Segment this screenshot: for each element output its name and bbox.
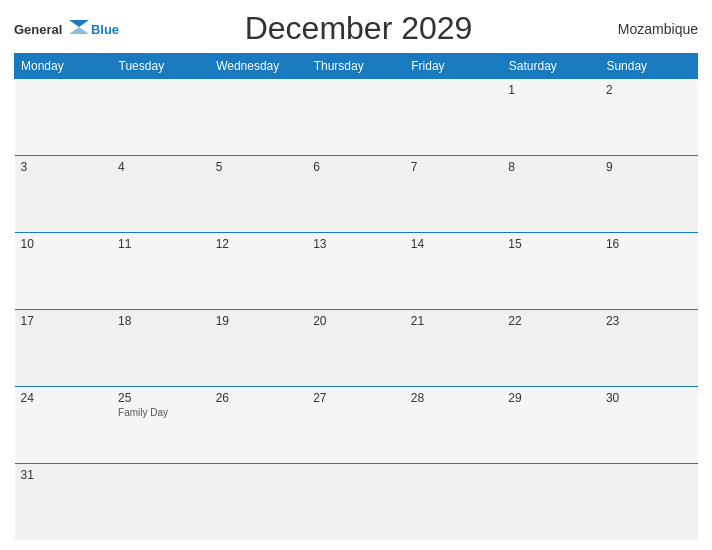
calendar-cell: 29 (502, 386, 600, 463)
calendar-cell (15, 79, 113, 156)
logo-blue-text: Blue (91, 22, 119, 37)
day-number: 12 (216, 237, 302, 251)
calendar-cell: 26 (210, 386, 308, 463)
day-number: 18 (118, 314, 204, 328)
svg-marker-1 (69, 27, 89, 34)
day-number: 7 (411, 160, 497, 174)
calendar-cell: 2 (600, 79, 698, 156)
calendar-cell: 21 (405, 309, 503, 386)
day-number: 11 (118, 237, 204, 251)
day-number: 22 (508, 314, 594, 328)
calendar-header-row: MondayTuesdayWednesdayThursdayFridaySatu… (15, 54, 698, 79)
calendar-cell: 5 (210, 155, 308, 232)
day-number: 6 (313, 160, 399, 174)
day-number: 20 (313, 314, 399, 328)
calendar-cell: 16 (600, 232, 698, 309)
calendar-cell: 17 (15, 309, 113, 386)
calendar-cell: 15 (502, 232, 600, 309)
calendar-cell: 12 (210, 232, 308, 309)
calendar-cell: 25Family Day (112, 386, 210, 463)
calendar-cell (112, 79, 210, 156)
day-number: 24 (21, 391, 107, 405)
calendar-cell: 9 (600, 155, 698, 232)
calendar-cell: 13 (307, 232, 405, 309)
calendar-cell: 30 (600, 386, 698, 463)
day-number: 23 (606, 314, 692, 328)
calendar-table: MondayTuesdayWednesdayThursdayFridaySatu… (14, 53, 698, 540)
calendar-cell: 7 (405, 155, 503, 232)
day-number: 25 (118, 391, 204, 405)
holiday-label: Family Day (118, 407, 204, 418)
calendar-cell: 22 (502, 309, 600, 386)
day-number: 21 (411, 314, 497, 328)
calendar-cell (307, 79, 405, 156)
calendar-cell: 31 (15, 463, 113, 540)
day-number: 16 (606, 237, 692, 251)
calendar-cell: 20 (307, 309, 405, 386)
logo: General Blue (14, 20, 119, 38)
calendar-cell: 10 (15, 232, 113, 309)
calendar-cell: 4 (112, 155, 210, 232)
calendar-cell (502, 463, 600, 540)
calendar-cell: 14 (405, 232, 503, 309)
calendar-cell (210, 79, 308, 156)
calendar-cell: 18 (112, 309, 210, 386)
calendar-cell: 19 (210, 309, 308, 386)
day-number: 5 (216, 160, 302, 174)
day-number: 31 (21, 468, 107, 482)
calendar-header: General Blue December 2029 Mozambique (14, 10, 698, 47)
weekday-header-monday: Monday (15, 54, 113, 79)
day-number: 27 (313, 391, 399, 405)
month-title: December 2029 (119, 10, 598, 47)
day-number: 1 (508, 83, 594, 97)
calendar-cell: 8 (502, 155, 600, 232)
calendar-cell (210, 463, 308, 540)
calendar-cell (112, 463, 210, 540)
calendar-cell (307, 463, 405, 540)
calendar-cell (405, 79, 503, 156)
calendar-cell: 23 (600, 309, 698, 386)
day-number: 2 (606, 83, 692, 97)
calendar-cell: 1 (502, 79, 600, 156)
weekday-header-tuesday: Tuesday (112, 54, 210, 79)
weekday-header-saturday: Saturday (502, 54, 600, 79)
day-number: 14 (411, 237, 497, 251)
calendar-cell (405, 463, 503, 540)
day-number: 10 (21, 237, 107, 251)
day-number: 19 (216, 314, 302, 328)
day-number: 15 (508, 237, 594, 251)
day-number: 28 (411, 391, 497, 405)
calendar-cell (600, 463, 698, 540)
calendar-cell: 24 (15, 386, 113, 463)
day-number: 13 (313, 237, 399, 251)
weekday-header-thursday: Thursday (307, 54, 405, 79)
logo-flag-icon (69, 20, 89, 34)
calendar-cell: 27 (307, 386, 405, 463)
day-number: 3 (21, 160, 107, 174)
weekday-header-wednesday: Wednesday (210, 54, 308, 79)
weekday-header-friday: Friday (405, 54, 503, 79)
day-number: 30 (606, 391, 692, 405)
day-number: 4 (118, 160, 204, 174)
day-number: 9 (606, 160, 692, 174)
country-name: Mozambique (598, 21, 698, 37)
day-number: 8 (508, 160, 594, 174)
logo-general-text: General (14, 22, 62, 37)
calendar-cell: 6 (307, 155, 405, 232)
day-number: 29 (508, 391, 594, 405)
day-number: 26 (216, 391, 302, 405)
calendar-cell: 11 (112, 232, 210, 309)
svg-marker-0 (69, 20, 89, 27)
day-number: 17 (21, 314, 107, 328)
calendar-cell: 28 (405, 386, 503, 463)
calendar-cell: 3 (15, 155, 113, 232)
weekday-header-sunday: Sunday (600, 54, 698, 79)
